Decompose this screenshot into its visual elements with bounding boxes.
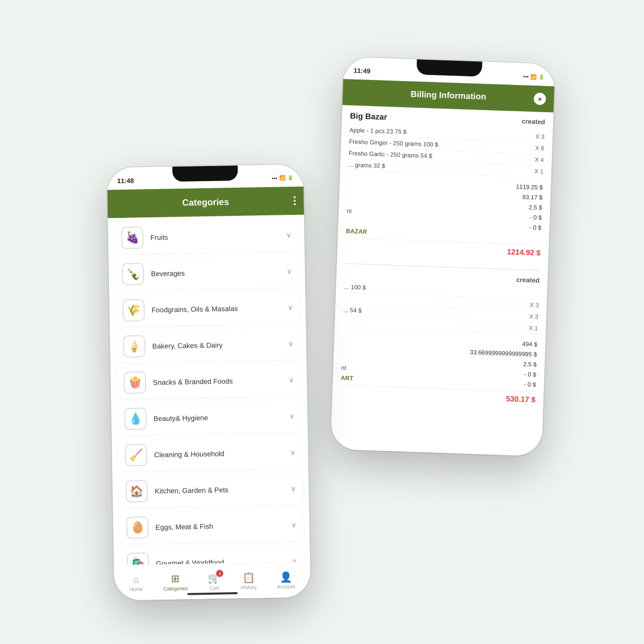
billing-title: Billing Information bbox=[411, 90, 487, 102]
nav-home-label: Home bbox=[129, 586, 143, 592]
gourmet-icon: 🛍️ bbox=[127, 552, 149, 565]
beverages-icon: 🍾 bbox=[122, 263, 144, 285]
summary-value: - 0 $ bbox=[524, 371, 536, 378]
category-item-beverages[interactable]: 🍾 Beverages ∨ bbox=[115, 255, 299, 290]
item-qty: X 3 bbox=[524, 301, 539, 309]
nav-home[interactable]: ⌂ Home bbox=[123, 571, 149, 595]
nav-cart[interactable]: 🛒 1 Cart bbox=[202, 569, 227, 594]
category-name-foodgrains: Foodgrains, Oils & Masalas bbox=[151, 303, 287, 314]
beauty-icon: 💧 bbox=[124, 408, 147, 430]
summary-value: - 0 $ bbox=[530, 214, 542, 221]
category-item-cleaning[interactable]: 🧹 Cleaning & Household ∨ bbox=[118, 436, 302, 471]
battery-icon: 🔋 bbox=[538, 74, 544, 79]
wifi-icon: 📶 bbox=[530, 73, 536, 79]
categories-phone: 11:48 ▪▪▪ 📶 🔋 Categories 🍇 Fruits ∨ bbox=[107, 165, 311, 601]
signal-icon: ▪▪▪ bbox=[272, 175, 277, 181]
account-icon: 👤 bbox=[280, 571, 292, 583]
summary-label: nt bbox=[347, 207, 352, 214]
category-item-bakery[interactable]: 🍦 Bakery, Cakes & Dairy ∨ bbox=[116, 328, 300, 363]
nav-history-label: History bbox=[241, 584, 257, 590]
chevron-down-icon: ∨ bbox=[286, 231, 291, 239]
item-name bbox=[343, 321, 523, 328]
category-item-beauty[interactable]: 💧 Beauty& Hygiene ∨ bbox=[117, 400, 302, 435]
notch-back bbox=[417, 59, 482, 77]
notch-front bbox=[173, 166, 238, 182]
total-value-1: 1214.92 $ bbox=[507, 247, 540, 257]
time-front: 11:48 bbox=[117, 177, 134, 185]
battery-icon: 🔋 bbox=[287, 175, 293, 181]
more-menu-button[interactable] bbox=[294, 196, 296, 205]
billing-summary-2: 494 $ 33.6699999999999995 $ 2.5 $ nt - 0… bbox=[341, 333, 537, 389]
category-item-kitchen[interactable]: 🏠 Kitchen, Garden & Pets ∨ bbox=[118, 472, 303, 508]
summary-value: - 0 $ bbox=[524, 381, 536, 388]
nav-account[interactable]: 👤 Account bbox=[271, 568, 301, 593]
kitchen-icon: 🏠 bbox=[125, 480, 148, 503]
summary-value: 2.5 $ bbox=[523, 361, 537, 368]
categories-header: Categories bbox=[107, 187, 304, 218]
chevron-down-icon: ∨ bbox=[291, 485, 296, 493]
category-item-snacks[interactable]: 🍿 Snacks & Branded Foods ∨ bbox=[116, 364, 301, 399]
summary-value: 93.17 $ bbox=[522, 193, 543, 201]
category-item-eggs[interactable]: 🥚 Eggs, Meat & Fish ∨ bbox=[119, 509, 303, 544]
nav-cart-label: Cart bbox=[209, 585, 219, 591]
summary-value: - 0 $ bbox=[529, 224, 541, 231]
bakery-icon: 🍦 bbox=[123, 335, 145, 358]
chevron-down-icon: ∨ bbox=[290, 448, 295, 456]
time-back: 11:49 bbox=[354, 66, 371, 74]
category-name-snacks: Snacks & Branded Foods bbox=[153, 376, 289, 386]
nav-account-label: Account bbox=[277, 584, 295, 590]
total-value-2: 530.17 $ bbox=[506, 394, 536, 404]
wifi-icon: 📶 bbox=[279, 175, 285, 181]
item-qty bbox=[524, 293, 539, 294]
status-icons-back: ▪▪▪ 📶 🔋 bbox=[523, 73, 545, 79]
signal-icon: ▪▪▪ bbox=[523, 73, 529, 79]
categories-list: 🍇 Fruits ∨ 🍾 Beverages ∨ 🌾 Foodgrains, O… bbox=[108, 215, 310, 566]
store-row-1: Big Bazar created bbox=[350, 111, 545, 127]
billing-summary-1: 1119.25 $ 93.17 $ 2.5 $ nt - 0 $ bbox=[346, 176, 543, 243]
chevron-down-icon: ∨ bbox=[287, 267, 292, 275]
chevron-down-icon: ∨ bbox=[289, 376, 294, 384]
chevron-down-icon: ∨ bbox=[291, 521, 296, 529]
item-qty: X 1 bbox=[523, 325, 538, 332]
status-icons-front: ▪▪▪ 📶 🔋 bbox=[272, 175, 293, 181]
nav-history[interactable]: 📋 History bbox=[234, 568, 263, 593]
snacks-icon: 🍿 bbox=[124, 371, 146, 394]
category-item-fruits[interactable]: 🍇 Fruits ∨ bbox=[114, 219, 298, 254]
billing-section-2: created ... 100 $ X 3 ... 54 $ X 3 X 1 bbox=[340, 270, 540, 407]
cart-badge-count: 1 bbox=[216, 570, 223, 577]
category-item-foodgrains[interactable]: 🌾 Foodgrains, Oils & Masalas ∨ bbox=[115, 291, 300, 327]
home-icon: ⌂ bbox=[133, 574, 139, 585]
store-badge: BAZAR bbox=[346, 227, 367, 235]
item-qty: X 3 bbox=[523, 313, 538, 320]
nav-categories[interactable]: ⊞ Categories bbox=[157, 570, 194, 595]
history-icon: 📋 bbox=[243, 571, 255, 583]
summary-value: 494 $ bbox=[522, 341, 538, 348]
nav-categories-label: Categories bbox=[164, 586, 188, 592]
billing-status-1: created bbox=[522, 117, 545, 126]
fruits-icon: 🍇 bbox=[121, 226, 144, 249]
summary-value: 33.6699999999999995 $ bbox=[470, 349, 537, 358]
billing-content: Big Bazar created Apple - 1 pcs 23.75 $ … bbox=[331, 105, 554, 456]
summary-value: 2.5 $ bbox=[529, 204, 542, 211]
item-name bbox=[344, 298, 524, 304]
chevron-down-icon: ∨ bbox=[287, 303, 292, 311]
categories-title: Categories bbox=[182, 197, 229, 208]
item-qty: X 1 bbox=[528, 168, 543, 175]
category-name-cleaning: Cleaning & Household bbox=[154, 448, 290, 459]
foodgrains-icon: 🌾 bbox=[122, 299, 145, 321]
summary-label: nt bbox=[341, 364, 346, 371]
store-name-1: Big Bazar bbox=[350, 111, 387, 122]
categories-icon: ⊞ bbox=[171, 573, 180, 585]
item-qty: X 4 bbox=[529, 156, 544, 164]
divider bbox=[345, 263, 540, 271]
category-name-beverages: Beverages bbox=[151, 267, 287, 278]
category-name-beauty: Beauty& Hygiene bbox=[153, 412, 289, 423]
item-qty: X 3 bbox=[529, 133, 544, 140]
summary-value: 1119.25 $ bbox=[516, 183, 543, 191]
close-button[interactable]: × bbox=[534, 93, 546, 105]
category-name-bakery: Bakery, Cakes & Dairy bbox=[152, 340, 288, 350]
category-name-fruits: Fruits bbox=[150, 231, 286, 242]
item-qty: X 8 bbox=[529, 144, 544, 152]
cart-badge: ART bbox=[341, 374, 353, 382]
chevron-down-icon: ∨ bbox=[289, 412, 294, 420]
